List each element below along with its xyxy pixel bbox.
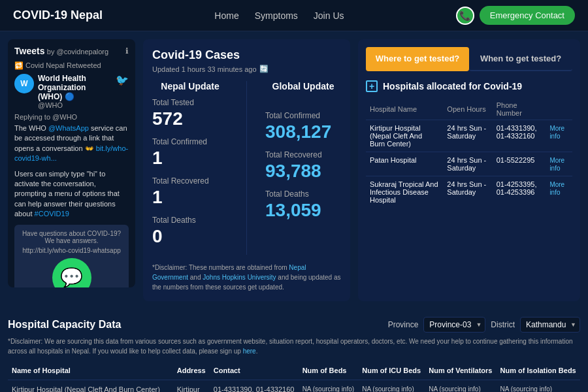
cap-col-name: Name of Hospital xyxy=(8,361,173,380)
bit-link[interactable]: bit.ly/who-covid19-wh... xyxy=(14,144,128,162)
hospitals-title: + Hospitals allocated for Covid-19 xyxy=(366,80,572,92)
more-info-link[interactable]: More info xyxy=(549,181,564,196)
reply-to: Replying to @WHO xyxy=(14,113,129,121)
col-hours: Open Hours xyxy=(443,99,492,120)
province-label: Province xyxy=(388,320,419,329)
hospital-hours: 24 hrs Sun - Saturday xyxy=(443,152,492,176)
tweet-image: Have questions about COVID-19? We have a… xyxy=(14,225,129,287)
cap-col-icu: Num of ICU Beds xyxy=(358,361,425,380)
cap-isolation: NA (sourcing info) xyxy=(497,380,580,393)
province-select[interactable]: Province-03 xyxy=(423,317,485,333)
hospitals-table: Hospital Name Open Hours Phone Number Ki… xyxy=(366,99,572,208)
cap-col-vent: Num of Ventilators xyxy=(425,361,496,380)
cap-icu: NA (sourcing info) xyxy=(358,380,425,393)
nav-joinus[interactable]: Join Us xyxy=(314,10,344,21)
tab-when[interactable]: When to get tested? xyxy=(469,47,572,71)
hospital-phone: 01-5522295 xyxy=(493,152,546,176)
account-handle: @WHO xyxy=(38,101,112,109)
cases-cols: Nepal Update Total Tested 572 Total Conf… xyxy=(152,81,341,255)
hashtag-link[interactable]: #COVID19 xyxy=(35,210,69,218)
cap-contact: 01-4331390, 01-4332160 xyxy=(210,380,299,393)
plus-icon: + xyxy=(366,80,378,92)
hospital-phone: 01-4253395, 01-4253396 xyxy=(493,176,546,208)
nepal-recovered: Total Recovered 1 xyxy=(152,176,228,208)
retweet-icon: 🔁 xyxy=(14,61,25,69)
global-confirmed: Total Confirmed 308,127 xyxy=(265,111,341,142)
image-url: http://bit.ly/who-covid19-whatsapp xyxy=(20,247,123,254)
tweets-title: Tweets xyxy=(14,46,44,56)
cap-hospital-name: Kirtipur Hospital (Nepal Cleft And Burn … xyxy=(8,380,173,393)
hospital-name: Kirtipur Hospital (Nepal Cleft And Burn … xyxy=(366,120,443,152)
nav-symptoms[interactable]: Symptoms xyxy=(255,10,298,21)
nepal-confirmed: Total Confirmed 1 xyxy=(152,137,228,169)
navbar: COVID-19 Nepal Home Symptoms Join Us 📞 E… xyxy=(0,0,588,31)
cases-panel: Covid-19 Cases Updated 1 hours 33 minute… xyxy=(143,39,350,301)
account-name: World Health Organization (WHO) 🔵 xyxy=(38,74,112,101)
col-phone: Phone Number xyxy=(493,99,546,120)
province-select-wrapper: Province-03 xyxy=(423,317,485,333)
global-col: Global Update Total Confirmed 308,127 To… xyxy=(265,81,341,255)
main-content: Tweets by @covidnepalorg ℹ 🔁 Covid Nepal… xyxy=(0,31,588,309)
capacity-row: Kirtipur Hospital (Nepal Cleft And Burn … xyxy=(8,380,580,393)
cap-address: Kirtipur📍 Map xyxy=(173,380,210,393)
tested-tabs: Where to get tested? When to get tested? xyxy=(366,47,572,71)
cap-beds: NA (sourcing info) xyxy=(299,380,359,393)
nav-links: Home Symptoms Join Us xyxy=(214,10,344,21)
tweet-retweet: 🔁 Covid Nepal Retweeted xyxy=(14,61,129,70)
hospital-hours: 24 hrs Sun - Saturday xyxy=(443,120,492,152)
district-select[interactable]: Kathmandu xyxy=(520,317,580,333)
hospital-row: Patan Hospital 24 hrs Sun - Saturday 01-… xyxy=(366,152,572,176)
district-label: District xyxy=(491,320,515,329)
district-select-wrapper: Kathmandu xyxy=(520,317,580,333)
global-recovered: Total Recovered 93,788 xyxy=(265,150,341,182)
twitter-icon: 🐦 xyxy=(116,74,129,86)
phone-icon: 📞 xyxy=(456,7,474,25)
more-info-link[interactable]: More info xyxy=(549,125,564,140)
jhu-link[interactable]: Johns Hopkins University xyxy=(203,274,276,281)
hospital-hours: 24 hrs Sun - Saturday xyxy=(443,176,492,208)
tweets-by: @covidnepalorg xyxy=(56,48,108,56)
hospitals-panel: Where to get tested? When to get tested?… xyxy=(358,39,580,301)
cap-col-beds: Num of Beds xyxy=(299,361,359,380)
hospital-row: Sukraraj Tropical And Infectious Disease… xyxy=(366,176,572,208)
cap-col-address: Address xyxy=(173,361,210,380)
cap-col-isolation: Num of Isolation Beds xyxy=(497,361,580,380)
tab-where[interactable]: Where to get tested? xyxy=(366,47,469,71)
global-title: Global Update xyxy=(265,81,341,91)
signup-link[interactable]: here xyxy=(243,348,256,355)
disclaimer: *Disclaimer: These numbers are obtained … xyxy=(152,263,341,292)
hospital-name: Patan Hospital xyxy=(366,152,443,176)
capacity-filters: Province Province-03 District Kathmandu xyxy=(388,317,580,333)
capacity-disclaimer: *Disclaimer: We are sourcing this data f… xyxy=(8,336,580,356)
emergency-button[interactable]: Emergency Contact xyxy=(480,6,575,25)
whatsapp-link[interactable]: @WhatsApp xyxy=(48,124,89,132)
tweet-account: W World Health Organization (WHO) 🔵 @WHO… xyxy=(14,74,129,109)
cap-vent: NA (sourcing info) xyxy=(425,380,496,393)
cap-col-contact: Contact xyxy=(210,361,299,380)
refresh-icon[interactable]: 🔄 xyxy=(259,65,269,73)
cases-divider xyxy=(246,81,247,255)
brand: COVID-19 Nepal xyxy=(13,8,103,22)
hospital-row: Kirtipur Hospital (Nepal Cleft And Burn … xyxy=(366,120,572,152)
whatsapp-icon: 💬 xyxy=(52,258,91,287)
tweet-body-2: Users can simply type "hi" to activate t… xyxy=(14,169,129,220)
cases-updated: Updated 1 hours 33 minutes ago 🔄 xyxy=(152,65,341,73)
global-deaths: Total Deaths 13,059 xyxy=(265,189,341,221)
col-hospital-name: Hospital Name xyxy=(366,99,443,120)
info-icon: ℹ xyxy=(125,46,129,56)
nepal-col: Nepal Update Total Tested 572 Total Conf… xyxy=(152,81,228,255)
nepal-deaths: Total Deaths 0 xyxy=(152,216,228,247)
capacity-header: Hospital Capacity Data Province Province… xyxy=(8,317,580,333)
nepal-tested: Total Tested 572 xyxy=(152,98,228,129)
avatar: W xyxy=(14,74,34,93)
nav-home[interactable]: Home xyxy=(214,10,238,21)
tweets-panel: Tweets by @covidnepalorg ℹ 🔁 Covid Nepal… xyxy=(8,39,135,287)
image-caption: Have questions about COVID-19? We have a… xyxy=(20,230,123,244)
hospital-phone: 01-4331390, 01-4332160 xyxy=(493,120,546,152)
nepal-title: Nepal Update xyxy=(152,81,228,91)
more-info-link[interactable]: More info xyxy=(549,157,564,172)
hospital-name: Sukraraj Tropical And Infectious Disease… xyxy=(366,176,443,208)
tweet-body: The WHO @WhatsApp service can be accesse… xyxy=(14,123,129,164)
bottom-section: Hospital Capacity Data Province Province… xyxy=(0,309,588,392)
capacity-title: Hospital Capacity Data xyxy=(8,319,121,331)
